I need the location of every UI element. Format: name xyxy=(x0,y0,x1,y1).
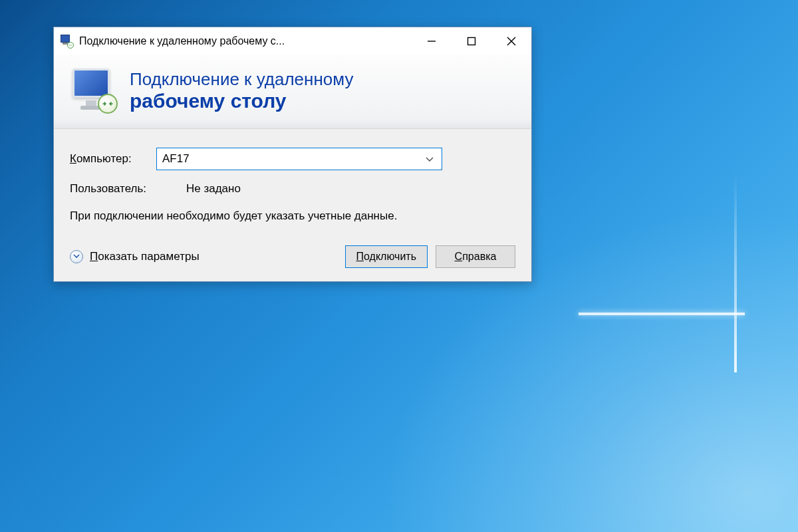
desktop-streak-vertical xyxy=(734,173,737,372)
chevron-down-icon[interactable] xyxy=(423,152,436,166)
minimize-button[interactable] xyxy=(412,27,452,55)
titlebar[interactable]: ↔ Подключение к удаленному рабочему с... xyxy=(54,27,531,55)
content-area: Компьютер: Пользователь: Не задано При п… xyxy=(54,129,531,281)
expand-down-icon xyxy=(70,250,83,263)
banner-text: Подключение к удаленному рабочему столу xyxy=(130,70,353,112)
rdp-app-icon: ↔ xyxy=(59,34,74,49)
rdp-window: ↔ Подключение к удаленному рабочему с... xyxy=(53,27,532,282)
computer-combobox[interactable] xyxy=(156,148,442,170)
user-value: Не задано xyxy=(186,182,241,196)
action-buttons: Подключить Справка xyxy=(345,245,515,268)
show-options-link[interactable]: Показать параметры xyxy=(70,250,345,263)
computer-input[interactable] xyxy=(162,152,423,166)
window-controls xyxy=(412,27,531,55)
rdp-banner-icon xyxy=(68,67,116,115)
banner: Подключение к удаленному рабочему столу xyxy=(54,55,531,129)
user-row: Пользователь: Не задано xyxy=(70,182,515,196)
credentials-hint: При подключении необходимо будет указать… xyxy=(70,209,416,224)
maximize-button[interactable] xyxy=(452,27,491,55)
user-label: Пользователь: xyxy=(70,182,186,196)
close-button[interactable] xyxy=(491,27,531,55)
connect-button[interactable]: Подключить xyxy=(345,245,428,268)
computer-row: Компьютер: xyxy=(70,148,515,170)
desktop-streak xyxy=(579,313,745,315)
show-options-label: Показать параметры xyxy=(90,250,200,263)
computer-label: Компьютер: xyxy=(70,152,156,166)
svg-rect-1 xyxy=(468,38,475,45)
window-title: Подключение к удаленному рабочему с... xyxy=(79,35,412,47)
help-button[interactable]: Справка xyxy=(436,245,515,268)
banner-line1: Подключение к удаленному xyxy=(130,70,353,90)
banner-line2: рабочему столу xyxy=(130,90,353,113)
footer: Показать параметры Подключить Справка xyxy=(70,245,515,268)
